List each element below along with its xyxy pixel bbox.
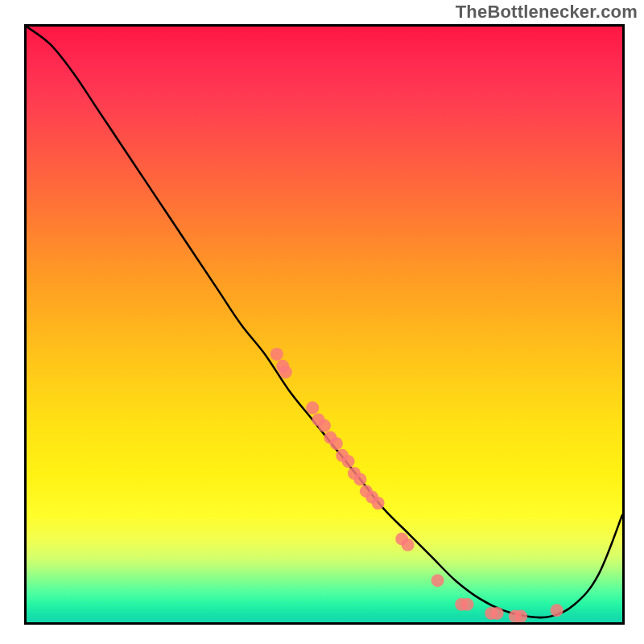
watermark-label: TheBottlenecker.com (456, 2, 638, 23)
data-point (306, 402, 319, 415)
data-point (431, 574, 444, 587)
bottleneck-curve (27, 27, 622, 617)
scatter-points (270, 348, 564, 622)
data-point (551, 604, 564, 617)
data-point (514, 610, 527, 622)
plot-area (24, 24, 625, 625)
data-point (491, 607, 504, 620)
data-point (318, 419, 331, 432)
data-point (270, 348, 283, 361)
data-point (342, 455, 355, 468)
data-point (402, 539, 415, 551)
data-point (372, 497, 385, 510)
data-point (279, 365, 292, 378)
chart-overlay (27, 27, 622, 622)
data-point (330, 437, 343, 450)
data-point (461, 598, 474, 611)
chart-frame: TheBottlenecker.com (0, 0, 644, 644)
data-point (353, 473, 366, 485)
